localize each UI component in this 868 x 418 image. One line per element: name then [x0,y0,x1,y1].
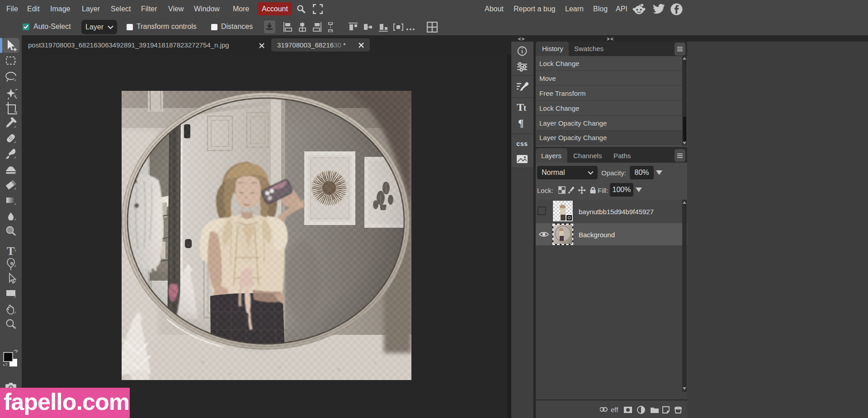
svg-text:T: T [7,244,14,258]
svg-text:eff: eff [611,406,618,413]
svg-text:¶: ¶ [518,117,524,129]
svg-text:T: T [517,101,524,113]
svg-text:css: css [516,141,528,148]
svg-text:t: t [524,103,526,113]
